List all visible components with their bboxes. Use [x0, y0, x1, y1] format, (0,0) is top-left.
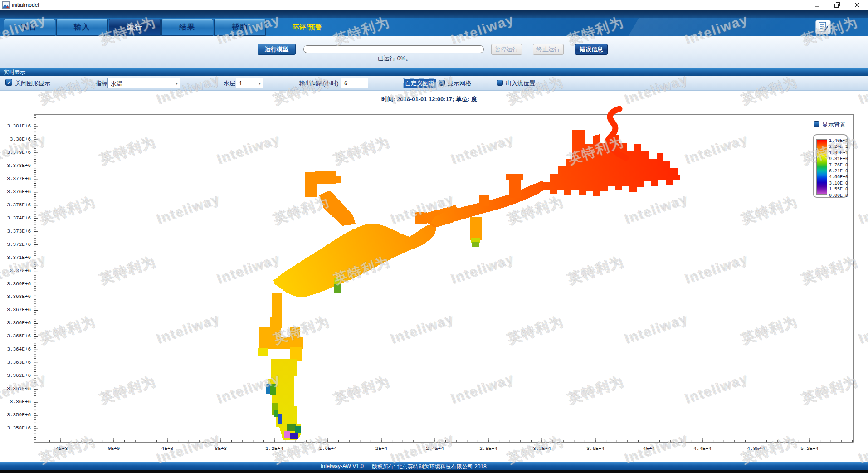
y-tick-label: 3.378E+6: [0, 163, 31, 168]
y-tick-label: 3.373E+6: [0, 229, 31, 234]
y-tick-label: 3.38E+6: [0, 137, 31, 142]
layer-select[interactable]: 1 ▾: [236, 78, 263, 88]
colorbar-value: 6.21E+0: [829, 169, 849, 174]
show-grid-checkbox[interactable]: [439, 80, 445, 86]
colorbar-gradient: [816, 139, 827, 195]
y-tick-label: 3.365E+6: [0, 333, 31, 339]
custom-spectrum-button[interactable]: 自定义图谱: [404, 79, 436, 88]
run-model-button[interactable]: 运行模型: [258, 44, 296, 55]
x-tick-label: 2.4E+4: [417, 446, 453, 451]
up-branch-top: [506, 174, 523, 180]
y-tick-label: 3.364E+6: [0, 346, 31, 352]
y-tick-label: 3.362E+6: [0, 373, 31, 378]
colorbar-value: 3.10E+0: [829, 181, 849, 186]
chart-border: [34, 114, 853, 442]
title-bar: initialmodel: [0, 0, 868, 10]
show-grid-label: 显示网格: [448, 79, 471, 88]
run-toolbar: 运行模型 已运行 0%。 暂停运行 终止运行 错误信息: [0, 36, 868, 68]
y-tick-label: 3.368E+6: [0, 294, 31, 299]
progress-label: 已运行 0%。: [378, 54, 450, 63]
y-tick-label: 3.359E+6: [0, 412, 31, 418]
show-background-checkbox[interactable]: [814, 121, 819, 127]
nav-band: [0, 10, 868, 18]
layer-value: 1: [239, 80, 242, 87]
tab-help[interactable]: 帮助: [214, 19, 266, 36]
restore-button[interactable]: [827, 0, 847, 10]
interval-label: 输出间隔(小时): [299, 79, 339, 88]
y-tick-label: 3.372E+6: [0, 242, 31, 247]
app-version: Intelway-AW V1.0: [321, 463, 364, 469]
colorbar-value: 7.76E+0: [829, 163, 849, 168]
show-background-label: 显示背景: [822, 121, 846, 129]
y-tick-label: 3.371E+6: [0, 255, 31, 260]
colorbar-legend: 1.40E+11.24E+11.09E+19.31E+07.76E+06.21E…: [813, 134, 848, 198]
cell-yellow: [258, 348, 268, 356]
env-warning-label: 环评/预警: [293, 24, 322, 32]
lake-north-nub: [415, 212, 427, 224]
window-title: initialmodel: [12, 2, 39, 8]
x-tick-label: 4E+3: [149, 446, 185, 451]
stop-run-button[interactable]: 终止运行: [533, 44, 564, 55]
chevron-down-icon: ▾: [176, 81, 178, 86]
colorbar-value: 1.55E+0: [829, 187, 849, 192]
tab-run[interactable]: 运行: [109, 19, 161, 36]
cell-green: [472, 242, 479, 247]
status-bar: Intelway-AW V1.0 版权所有: 北京英特利为环境科技有限公司 20…: [0, 462, 868, 470]
colorbar-value: 9.31E+0: [829, 156, 849, 161]
realtime-controls: ✔ 关闭图形显示 指标 水温 ▾ 水层 1 ▾ 输出间隔(小时) 自定义图谱 显…: [0, 76, 868, 91]
y-tick-label: 3.361E+6: [0, 386, 31, 391]
x-tick-label: 1.2E+4: [256, 446, 293, 451]
tab-project[interactable]: 项目: [4, 19, 55, 36]
report-document-button[interactable]: [815, 20, 831, 34]
x-tick-label: 2.8E+4: [470, 446, 507, 451]
y-tick-label: 3.36E+6: [0, 399, 31, 405]
colorbar-value: 0.00E+0: [829, 193, 849, 198]
indicator-select[interactable]: 水温 ▾: [107, 78, 180, 88]
indicator-label: 指标: [96, 79, 107, 88]
x-tick-label: 1.6E+4: [310, 446, 346, 451]
axis-ticks: [34, 116, 852, 442]
inflow-position-checkbox[interactable]: [497, 80, 503, 86]
hanging-branch: [470, 217, 482, 240]
app-window: initialmodel 项目 输入 运行 结果 帮助 环评/预警: [0, 0, 868, 473]
close-icon: [855, 3, 860, 8]
y-tick-label: 3.381E+6: [0, 123, 31, 129]
cell-green: [334, 284, 341, 293]
x-tick-label: 8E+3: [203, 446, 239, 451]
pause-run-button[interactable]: 暂停运行: [491, 44, 522, 55]
document-icon: [818, 22, 828, 33]
x-tick-label: 5.2E+4: [791, 446, 828, 451]
y-tick-label: 3.37E+6: [0, 268, 31, 273]
minimize-button[interactable]: [807, 0, 827, 10]
close-button[interactable]: [847, 0, 867, 10]
y-tick-label: 3.369E+6: [0, 281, 31, 287]
app-icon: [2, 1, 10, 9]
channel-nub: [479, 195, 489, 206]
menu-tab-bar: 项目 输入 运行 结果 帮助: [0, 18, 868, 36]
close-graph-checkbox[interactable]: ✔: [5, 79, 12, 86]
error-info-button[interactable]: 错误信息: [575, 44, 608, 55]
realtime-display-header: 实时显示: [0, 68, 868, 76]
north-branch: [305, 171, 356, 226]
tab-input[interactable]: 输入: [56, 19, 108, 36]
map-time-label: 时间: 2016-01-01 12:00:17; 单位: 度: [381, 95, 477, 103]
y-tick-label: 3.367E+6: [0, 307, 31, 312]
interval-input[interactable]: [341, 78, 368, 88]
y-tick-label: 3.363E+6: [0, 360, 31, 365]
layer-label: 水层: [224, 79, 235, 88]
x-tick-label: 4E+4: [631, 446, 667, 451]
y-tick-label: 3.366E+6: [0, 320, 31, 326]
x-tick-label: 3.6E+4: [577, 446, 614, 451]
window-bottom-edge: [0, 470, 868, 473]
x-tick-label: 4.8E+4: [738, 446, 774, 451]
y-tick-label: 3.358E+6: [0, 425, 31, 431]
restore-icon: [834, 2, 840, 8]
decorative-streak: [623, 18, 868, 36]
y-tick-label: 3.374E+6: [0, 215, 31, 221]
tab-results[interactable]: 结果: [161, 19, 213, 36]
colorbar-value: 1.24E+1: [829, 144, 849, 149]
colorbar-value: 4.66E+0: [829, 175, 849, 180]
cell-yellowgreen: [334, 278, 340, 284]
colorbar-value: 1.40E+1: [829, 138, 849, 143]
progress-bar: [303, 45, 484, 53]
